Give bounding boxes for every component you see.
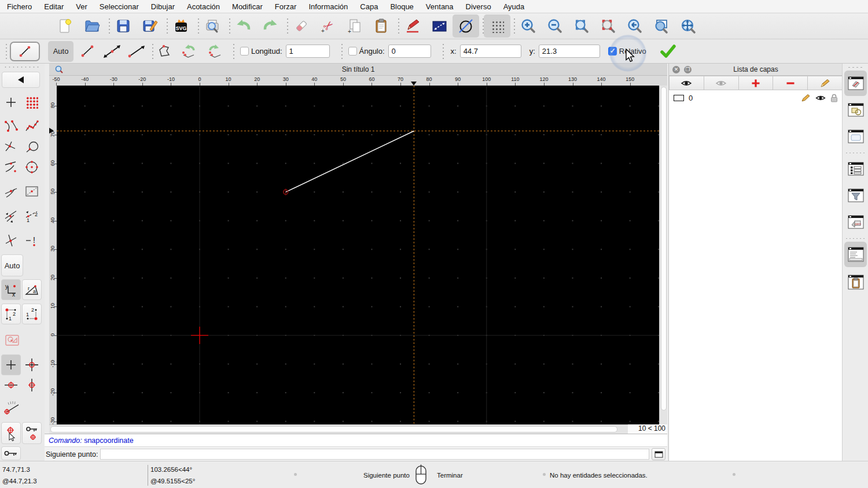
snap-distance-button[interactable] xyxy=(22,136,42,157)
dock-clipboard-button[interactable] xyxy=(844,269,867,295)
coordinate-polar-button[interactable]: ra xyxy=(22,279,42,300)
redo-button[interactable] xyxy=(257,14,284,38)
save-as-button[interactable] xyxy=(137,14,163,38)
edit-layer-button[interactable] xyxy=(808,76,843,90)
dock-library-browser-button[interactable] xyxy=(844,124,867,149)
hide-all-layers-button[interactable] xyxy=(704,76,739,90)
menu-item-editar[interactable]: Editar xyxy=(44,2,64,11)
export-svg-button[interactable]: SVG xyxy=(168,14,194,38)
zoom-in-button[interactable] xyxy=(515,14,542,38)
protractor-button[interactable] xyxy=(1,397,23,417)
snap-intersection-manual-button[interactable] xyxy=(1,230,21,250)
show-all-layers-button[interactable] xyxy=(669,76,704,90)
add-layer-button[interactable] xyxy=(739,76,774,90)
restrict-horizontal-button[interactable] xyxy=(1,375,21,395)
snap-endpoints-button[interactable] xyxy=(1,116,21,136)
menu-item-ver[interactable]: Ver xyxy=(76,2,87,11)
copy-button[interactable]: + xyxy=(341,14,368,38)
drawing-canvas[interactable] xyxy=(57,86,659,424)
draft-mode-button[interactable] xyxy=(453,14,479,38)
polygon-tool-button[interactable] xyxy=(153,41,178,62)
menu-item-ayuda[interactable]: Ayuda xyxy=(503,2,525,11)
snap-divide-button[interactable]: 12 xyxy=(22,205,42,225)
menu-item-diverso[interactable]: Diverso xyxy=(466,2,491,11)
current-tool-line-button[interactable] xyxy=(10,42,40,61)
snap-on-entity-button[interactable] xyxy=(22,116,42,136)
document-tab-bar[interactable]: Sin título 1 xyxy=(49,64,667,76)
set-relative-zero-button[interactable] xyxy=(1,422,21,444)
cut-button[interactable]: ✂+ xyxy=(315,14,341,38)
layer-row[interactable]: 0 xyxy=(669,91,843,104)
menu-item-ventana[interactable]: Ventana xyxy=(426,2,454,11)
snap-intersection-button[interactable] xyxy=(1,181,21,201)
command-input[interactable] xyxy=(100,449,649,460)
undo-button[interactable] xyxy=(230,14,257,38)
snap-center-button[interactable] xyxy=(22,157,42,177)
zoom-redraw-button[interactable] xyxy=(595,14,621,38)
menu-item-dibujar[interactable]: Dibujar xyxy=(151,2,175,11)
dock-layer-list-button[interactable] xyxy=(844,71,867,96)
snap-angle-button[interactable] xyxy=(1,205,21,225)
zoom-auto-button[interactable] xyxy=(568,14,595,38)
dock-entity-list-button[interactable] xyxy=(844,156,867,182)
angulo-checkbox[interactable] xyxy=(348,47,357,56)
zoom-window-button[interactable] xyxy=(648,14,675,38)
ghost-shape-button[interactable] xyxy=(1,328,23,352)
polyline-undo-button[interactable] xyxy=(178,41,202,62)
y-input[interactable] xyxy=(539,45,600,58)
zoom-pan-button[interactable] xyxy=(675,14,701,38)
snap-middle-button[interactable] xyxy=(1,136,21,157)
apply-button[interactable] xyxy=(656,41,680,62)
snap-auto-button[interactable]: Auto xyxy=(1,254,23,276)
restrict-vertical-button[interactable] xyxy=(22,375,42,395)
angulo-input[interactable] xyxy=(388,45,431,58)
restrict-orthogonal-button[interactable] xyxy=(22,354,42,375)
menu-item-acotacion[interactable]: Acotación xyxy=(187,2,220,11)
coordinate-cartesian-button[interactable]: yx xyxy=(1,279,21,300)
layer-visible-eye-icon[interactable] xyxy=(815,94,826,102)
dock-block-list-button[interactable] xyxy=(844,97,867,123)
pen-attributes-button[interactable] xyxy=(399,14,426,38)
snap-free-button[interactable] xyxy=(1,93,21,112)
menu-item-forzar[interactable]: Forzar xyxy=(275,2,297,11)
snap-grid-button[interactable] xyxy=(22,93,42,112)
open-file-button[interactable] xyxy=(79,14,105,38)
line-attributes-button[interactable] xyxy=(426,14,453,38)
lock-relative-zero-button[interactable] xyxy=(22,422,42,444)
relative-zero-key-button[interactable] xyxy=(1,446,21,460)
layer-lock-icon[interactable] xyxy=(830,94,838,102)
restrict-nothing-button[interactable] xyxy=(1,354,21,375)
save-button[interactable] xyxy=(110,14,137,38)
toolbar-handle[interactable] xyxy=(5,43,9,60)
toolbar-handle[interactable] xyxy=(847,66,863,69)
menu-item-capa[interactable]: Capa xyxy=(360,2,378,11)
line-horizontal-button[interactable] xyxy=(124,41,149,62)
zoom-out-button[interactable] xyxy=(542,14,568,38)
horizontal-scrollbar-thumb[interactable] xyxy=(50,426,617,432)
menu-item-modificar[interactable]: Modificar xyxy=(232,2,263,11)
dock-command-widget-button[interactable] xyxy=(844,242,867,267)
dock-filter-button[interactable] xyxy=(844,183,867,208)
grid-toggle-button[interactable] xyxy=(484,14,510,38)
longitud-checkbox[interactable] xyxy=(240,47,249,56)
x-input[interactable] xyxy=(460,45,521,58)
polyline-redo-button[interactable] xyxy=(202,41,226,62)
remove-layer-button[interactable] xyxy=(773,76,808,90)
menu-item-bloque[interactable]: Bloque xyxy=(390,2,413,11)
layer-edit-pencil-icon[interactable] xyxy=(801,94,811,102)
corner-second-button[interactable]: 12 xyxy=(22,304,42,324)
layer-color-swatch[interactable] xyxy=(674,95,684,101)
vertical-scrollbar[interactable] xyxy=(659,86,667,434)
zoom-previous-button[interactable] xyxy=(621,14,648,38)
snap-tangent-button[interactable] xyxy=(1,157,21,177)
toolbar-handle[interactable] xyxy=(3,65,41,69)
back-button[interactable] xyxy=(2,72,40,88)
vertical-scrollbar-thumb[interactable] xyxy=(661,87,667,411)
menu-item-fichero[interactable]: Fichero xyxy=(7,2,32,11)
line-auto-button[interactable]: Auto xyxy=(48,41,73,62)
command-detach-button[interactable] xyxy=(652,448,665,460)
snap-restriction-box-button[interactable] xyxy=(22,181,42,201)
corner-first-button[interactable]: 12 xyxy=(1,304,21,324)
print-preview-button[interactable] xyxy=(199,14,226,38)
longitud-input[interactable] xyxy=(286,45,330,58)
